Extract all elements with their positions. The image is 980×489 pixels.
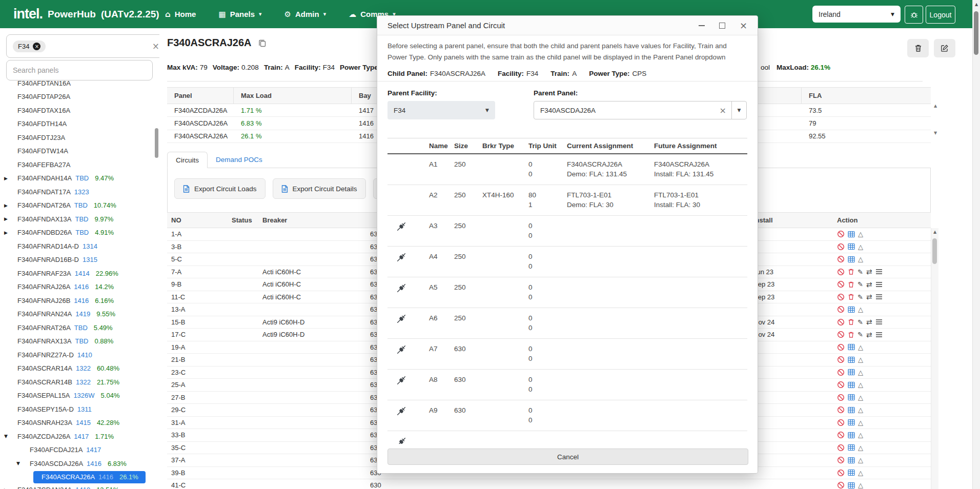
deactivate-circuit-icon[interactable] — [837, 481, 845, 489]
sidebar-panel-item[interactable]: F340ASEPAL15A 1326W 5.04% — [0, 389, 154, 403]
breaker-row[interactable]: A1 250 00 F340ASCRAJ26ADemo: FLA: 131.45… — [387, 154, 747, 185]
circuit-details-icon[interactable] — [848, 457, 855, 464]
deactivate-circuit-icon[interactable] — [837, 394, 845, 401]
deactivate-circuit-icon[interactable] — [837, 305, 845, 313]
circuit-details-icon[interactable] — [848, 419, 855, 426]
edit-panel-button[interactable] — [934, 39, 955, 57]
scroll-up-icon[interactable]: ▲ — [973, 2, 980, 7]
expand-arrow-icon[interactable]: ▼ — [4, 434, 17, 439]
breaker-row[interactable]: A8 630 00 — [387, 370, 747, 400]
panel-table-scrollbar[interactable]: ▲ ▼ — [932, 104, 939, 135]
nav-item[interactable]: ⌂ Home ▾ — [165, 10, 196, 19]
sidebar-panel-item[interactable]: F340AFNRAN24A 1419 9.55% — [0, 308, 154, 321]
sidebar-panel-item[interactable]: ▶ F340AZCDAN24A 1419 13.51% — [0, 483, 154, 489]
expand-arrow-icon[interactable]: ▶ — [4, 176, 17, 181]
swap-circuit-icon[interactable]: ⇄ — [866, 318, 872, 325]
deactivate-circuit-icon[interactable] — [837, 331, 845, 338]
sidebar-panel-item[interactable]: F340AFNRAT26A TBD 5.49% — [0, 321, 154, 335]
nav-item[interactable]: ⚙ Admin ▾ — [284, 10, 326, 19]
bug-report-button[interactable] — [905, 6, 923, 24]
logout-button[interactable]: Logout — [926, 6, 955, 24]
circuit-details-icon[interactable] — [848, 243, 855, 250]
sidebar-panel-item[interactable]: ▼ F340AZCDAJ26A 1417 1.71% — [0, 430, 154, 443]
tab-circuits[interactable]: Circuits — [167, 152, 208, 168]
export-circuit-loads-button[interactable]: Export Circuit Loads — [174, 178, 266, 199]
breaker-row[interactable] — [387, 431, 747, 445]
sidebar-panel-item[interactable]: F340ASCRAJ26A 1416 26.1% — [33, 471, 146, 483]
sidebar-panel-item[interactable]: F340ASNRAH23A 1415 42.28% — [0, 416, 154, 430]
delete-circuit-icon[interactable] — [848, 268, 854, 275]
sidebar-panel-item[interactable]: F340ASCRAR14B 1322 21.75% — [0, 375, 154, 389]
breaker-row[interactable]: A2 250 XT4H-160 801 FTL703-1-E01Demo: FL… — [387, 185, 747, 216]
circuit-list-icon[interactable] — [875, 294, 883, 300]
sidebar-panel-item[interactable]: F340ASCRAR14A 1322 60.48% — [0, 362, 154, 376]
sidebar-panel-item[interactable]: F340AFCDAJ21A 1417 — [0, 443, 154, 457]
breaker-row[interactable]: A9 630 00 — [387, 400, 747, 431]
warning-triangle-icon[interactable]: △ — [858, 306, 863, 313]
deactivate-circuit-icon[interactable] — [837, 293, 845, 301]
filter-chip[interactable]: F34 × — [13, 40, 46, 52]
warning-triangle-icon[interactable]: △ — [858, 457, 863, 463]
sidebar-scrollbar-thumb[interactable] — [155, 128, 158, 158]
search-panels-input[interactable] — [6, 60, 153, 80]
circuit-details-icon[interactable] — [848, 231, 855, 238]
breaker-row[interactable]: A4 250 00 — [387, 247, 747, 277]
sidebar-panel-item[interactable]: F340AFNDAT17A 1323 — [0, 185, 154, 199]
deactivate-circuit-icon[interactable] — [837, 255, 845, 263]
scrollbar-thumb[interactable] — [932, 238, 937, 264]
swap-circuit-icon[interactable]: ⇄ — [866, 281, 872, 288]
sidebar-panel-item[interactable]: F340AFEFBA27A — [0, 158, 154, 172]
circuit-details-icon[interactable] — [848, 406, 855, 414]
scroll-up-icon[interactable]: ▲ — [931, 230, 938, 234]
circuit-details-icon[interactable] — [848, 381, 855, 389]
warning-triangle-icon[interactable]: △ — [858, 256, 863, 262]
deactivate-circuit-icon[interactable] — [837, 268, 845, 276]
sidebar-panel-item[interactable]: F340AFNRAJ26B 1416 6.16% — [0, 294, 154, 308]
deactivate-circuit-icon[interactable] — [837, 230, 845, 238]
export-circuit-details-button[interactable]: Export Circuit Details — [273, 178, 366, 199]
region-select[interactable]: Ireland ▼ — [812, 6, 901, 23]
warning-triangle-icon[interactable]: △ — [858, 356, 863, 363]
sidebar-panel-item[interactable]: F340AFNRAD14A-D 1314 — [0, 239, 154, 253]
sidebar-panel-item[interactable]: F340AFNRAX13A TBD 0.88% — [0, 335, 154, 349]
swap-circuit-icon[interactable]: ⇄ — [866, 331, 872, 338]
delete-circuit-icon[interactable] — [848, 281, 854, 288]
circuit-details-icon[interactable] — [848, 256, 855, 263]
swap-circuit-icon[interactable]: ⇄ — [866, 268, 872, 275]
breaker-row[interactable]: A7 630 00 — [387, 339, 747, 370]
dropdown-toggle-icon[interactable]: ▼ — [731, 101, 746, 119]
chip-remove-icon[interactable]: × — [33, 43, 40, 50]
expand-arrow-icon[interactable]: ▶ — [4, 216, 17, 221]
deactivate-circuit-icon[interactable] — [837, 406, 845, 414]
parent-facility-select[interactable]: F34 ▼ — [387, 101, 495, 119]
edit-circuit-icon[interactable]: ✎ — [858, 331, 863, 338]
circuit-details-icon[interactable] — [848, 482, 855, 489]
breaker-row[interactable]: A3 250 00 — [387, 216, 747, 247]
sidebar-panel-item[interactable]: F340AFDTH14A — [0, 117, 154, 131]
expand-arrow-icon[interactable]: ▶ — [4, 203, 17, 208]
circuit-details-icon[interactable] — [848, 469, 855, 476]
warning-triangle-icon[interactable]: △ — [858, 406, 863, 413]
filter-input[interactable]: F34 × × — [6, 34, 159, 58]
warning-triangle-icon[interactable]: △ — [858, 231, 863, 237]
circuit-details-icon[interactable] — [848, 444, 855, 451]
deactivate-circuit-icon[interactable] — [837, 318, 845, 326]
swap-circuit-icon[interactable]: ⇄ — [866, 293, 872, 300]
circuit-list-icon[interactable] — [875, 332, 883, 338]
deactivate-circuit-icon[interactable] — [837, 280, 845, 288]
sidebar-panel-item[interactable]: ▶ F340AFNDAT26A TBD 10.74% — [0, 199, 154, 213]
sidebar-panel-item[interactable]: ▶ F340AFNDAX13A TBD 9.97% — [0, 212, 154, 226]
edit-circuit-icon[interactable]: ✎ — [858, 269, 863, 275]
nav-item[interactable]: ▦ Panels ▾ — [218, 10, 261, 19]
parent-panel-combobox[interactable]: F340ASCDAJ26A × ▼ — [534, 101, 747, 119]
expand-arrow-icon[interactable]: ▶ — [4, 230, 17, 235]
circuit-list-icon[interactable] — [875, 281, 883, 288]
deactivate-circuit-icon[interactable] — [837, 444, 845, 452]
tab-demand-pocs[interactable]: Demand POCs — [208, 152, 271, 168]
delete-circuit-icon[interactable] — [848, 318, 854, 325]
delete-circuit-icon[interactable] — [848, 293, 854, 300]
circuit-details-icon[interactable] — [848, 369, 855, 376]
clear-selection-icon[interactable]: × — [714, 106, 731, 115]
deactivate-circuit-icon[interactable] — [837, 369, 845, 376]
breaker-row[interactable]: A5 250 00 — [387, 277, 747, 308]
